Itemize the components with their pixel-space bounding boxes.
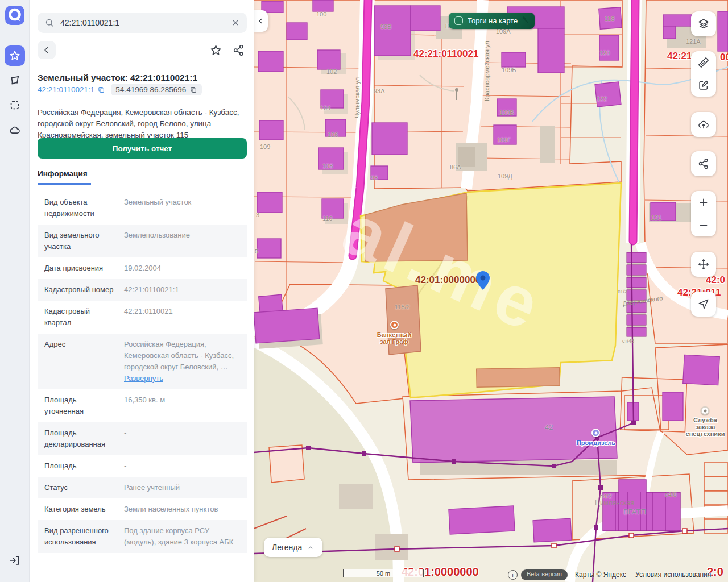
copy-icon[interactable]	[97, 86, 105, 94]
locate-card	[691, 292, 716, 317]
poi-promdizel-icon[interactable]	[592, 429, 600, 437]
info-row: Вид земельного участкаЗемлепользование	[38, 225, 247, 257]
info-row-label: Вид земельного участка	[44, 230, 114, 252]
search-icon	[44, 18, 55, 28]
clear-search-icon[interactable]	[231, 18, 240, 27]
info-row-label: Кадастровый квартал	[44, 306, 114, 329]
upload-card	[691, 112, 716, 137]
info-row-label: Адрес	[44, 339, 114, 350]
info-row: Категория земельЗемли населенных пунктов	[38, 498, 247, 520]
info-row: Дата присвоения19.02.2004	[38, 257, 247, 279]
info-row-value: Под здание корпуса РСУ (модуль), здание …	[124, 525, 240, 548]
info-row-value: -	[124, 460, 240, 472]
map-label-layer: 10093В86Б109А10210410610811010993А9386А1…	[254, 0, 728, 582]
minus-icon	[697, 219, 710, 231]
map-label: ст/48	[622, 338, 634, 344]
map-canvas[interactable]: al.me 10093В86Б109А10210410610811010993А…	[254, 0, 728, 582]
map-label: ВГАТП	[623, 508, 646, 516]
map-label: 93В	[380, 23, 392, 30]
layers-button[interactable]	[691, 11, 716, 36]
map-label: с4/8	[665, 491, 677, 498]
attribution-text: Карты © Яндекс	[575, 571, 626, 579]
legend-button[interactable]: Легенда	[264, 538, 322, 557]
info-row-label: Статус	[44, 482, 114, 493]
zoom-out-button[interactable]	[691, 214, 716, 236]
zoom-in-button[interactable]	[691, 191, 716, 214]
chevron-left-icon	[257, 17, 264, 25]
tab-information[interactable]: Информация	[38, 165, 91, 185]
terms-link[interactable]: Условия использования	[635, 571, 711, 579]
map-label: 42	[545, 423, 553, 431]
info-row: Площадь декларированная-	[38, 422, 247, 455]
cadastre-app: Земельный участок: 42:21:0110021:1 42:21…	[0, 0, 728, 582]
map-label: 118	[605, 15, 615, 22]
info-row-value: Земельный участок	[124, 197, 240, 208]
map-label: 115/2	[395, 304, 410, 310]
info-row-label: Площадь декларированная	[44, 427, 114, 450]
poi-banquet-hall-icon[interactable]	[390, 321, 399, 329]
cloud-icon[interactable]	[9, 124, 21, 137]
info-row-value: -	[124, 427, 240, 439]
info-table: Вид объекта недвижимостиЗемельный участо…	[38, 192, 247, 553]
info-row: Вид разрешенного использованияПод здание…	[38, 520, 247, 553]
search-bar[interactable]	[38, 13, 247, 33]
expand-address-link[interactable]: Развернуть	[124, 374, 163, 383]
share-map-button[interactable]	[691, 151, 716, 176]
map-attribution: Карты © ЯндексУсловия использования	[575, 571, 711, 579]
info-row: Кадастровый номер42:21:0110021:1	[38, 279, 247, 301]
info-row-label: Вид объекта недвижимости	[44, 197, 114, 219]
map-label: 42:21:0110021	[413, 48, 478, 60]
info-row: Площадь-	[38, 455, 247, 477]
pan-button[interactable]	[691, 252, 716, 277]
panel-tabs: Информация	[30, 165, 254, 185]
favorite-star-icon[interactable]	[209, 44, 222, 57]
object-info-panel: Земельный участок: 42:21:0110021:1 42:21…	[30, 0, 254, 582]
draw-button[interactable]	[691, 74, 716, 97]
chevron-left-icon	[42, 45, 51, 55]
upload-button[interactable]	[691, 112, 716, 137]
poi-service-icon[interactable]	[701, 406, 709, 415]
plus-icon	[697, 196, 710, 209]
measure-button[interactable]	[691, 51, 716, 74]
map-label: с4/2	[600, 493, 612, 500]
map-label: Служба заказа спецтехники	[686, 417, 725, 437]
app-logo-icon[interactable]	[5, 6, 24, 25]
map-label: 00	[720, 52, 728, 63]
page-title: Земельный участок: 42:21:0110021:1	[38, 73, 249, 83]
select-area-icon[interactable]	[9, 99, 21, 111]
checkbox-icon[interactable]	[454, 16, 463, 25]
cadastral-number-link[interactable]: 42:21:0110021:1	[38, 85, 105, 94]
info-row-label: Дата присвоения	[44, 263, 114, 274]
copy-icon[interactable]	[189, 86, 197, 94]
polygon-tool-icon[interactable]	[9, 74, 21, 86]
auctions-on-map-toggle[interactable]: Торги на карте	[449, 13, 535, 29]
left-rail	[0, 0, 30, 582]
map-label: 5	[255, 248, 258, 255]
map-label: 104	[320, 105, 330, 111]
map-label: Красноармейская ул	[483, 41, 490, 101]
get-report-button[interactable]: Получить отчет	[38, 138, 247, 159]
collapse-panel-button[interactable]	[254, 10, 268, 32]
info-row-label: Площадь уточненная	[44, 394, 114, 417]
chevron-up-icon	[307, 543, 315, 551]
map-label: 42:01:0000000	[415, 275, 481, 286]
info-row-value: 19.02.2004	[124, 263, 240, 274]
ruler-icon	[697, 56, 710, 69]
sign-in-icon[interactable]	[9, 554, 21, 567]
back-button[interactable]	[38, 41, 56, 59]
info-row: Кадастровый квартал42:21:0110021	[38, 301, 247, 334]
selected-parcel-pin-icon[interactable]	[475, 271, 491, 291]
map-label: 93	[371, 174, 378, 181]
favorites-tab-active[interactable]	[5, 45, 25, 66]
zoom-card	[691, 191, 716, 236]
beta-badge: Beta-версия	[521, 569, 568, 580]
info-row-value: Российская Федерация, Кемеровская област…	[124, 339, 240, 384]
map-label: 86А	[450, 164, 461, 171]
locate-me-button[interactable]	[691, 292, 716, 317]
info-icon[interactable]: i	[508, 570, 518, 580]
share-icon[interactable]	[232, 44, 245, 57]
search-input[interactable]	[59, 18, 226, 28]
info-row: СтатусРанее учтенный	[38, 477, 247, 498]
coordinates-chip[interactable]: 54.41969 86.285696	[111, 84, 202, 95]
map-label: 120	[599, 49, 610, 56]
